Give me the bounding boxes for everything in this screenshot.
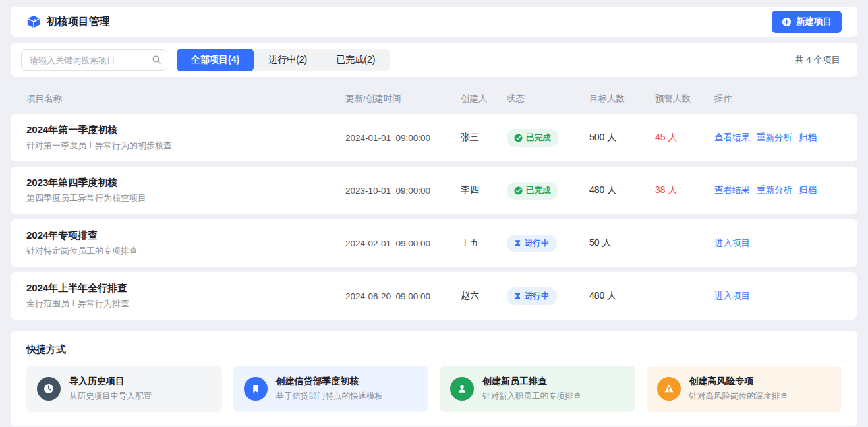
col-header-actions: 操作 xyxy=(714,93,842,105)
status-badge: 进行中 xyxy=(507,235,557,252)
project-name: 2023年第四季度初核 xyxy=(26,177,345,189)
tab-in-progress[interactable]: 进行中(2) xyxy=(254,49,322,71)
search-input[interactable] xyxy=(21,49,167,71)
plus-circle-icon xyxy=(782,17,792,27)
enter-project-link[interactable]: 进入项目 xyxy=(714,237,750,249)
status-label: 已完成 xyxy=(526,132,551,144)
enter-project-link[interactable]: 进入项目 xyxy=(714,290,750,302)
project-time: 2024-06-20 09:00:00 xyxy=(345,291,461,301)
check-circle-icon xyxy=(514,186,523,195)
search-box xyxy=(21,49,167,71)
view-results-link[interactable]: 查看结果 xyxy=(714,185,750,196)
shortcuts-heading: 快捷方式 xyxy=(26,343,842,356)
shortcut-desc: 从历史项目中导入配置 xyxy=(69,391,152,402)
view-results-link[interactable]: 查看结果 xyxy=(714,132,750,144)
toolbar: 全部项目(4) 进行中(2) 已完成(2) 共 4 个项目 xyxy=(11,43,857,77)
col-header-creator: 创建人 xyxy=(461,93,507,105)
tab-all-projects[interactable]: 全部项目(4) xyxy=(177,49,254,71)
project-desc: 针对第一季度员工异常行为的初步核查 xyxy=(26,140,345,152)
col-header-project-name: 项目名称 xyxy=(26,93,345,105)
shortcut-high-risk-special[interactable]: 创建高风险专项 针对高风险岗位的深度排查 xyxy=(647,366,842,412)
shortcut-new-employee-screening[interactable]: 创建新员工排查 针对新入职员工的专项排查 xyxy=(440,366,635,412)
shortcut-title: 导入历史项目 xyxy=(69,376,152,387)
status-label: 进行中 xyxy=(525,238,550,249)
search-icon[interactable] xyxy=(152,55,161,67)
title-bar: 初核项目管理 新建项目 xyxy=(11,7,857,37)
project-name: 2024年上半年全行排查 xyxy=(26,282,345,295)
shortcut-title: 创建新员工排查 xyxy=(482,376,581,387)
status-badge: 进行中 xyxy=(507,287,557,305)
status-label: 进行中 xyxy=(525,291,550,302)
user-icon xyxy=(450,377,474,401)
check-circle-icon xyxy=(514,134,523,142)
new-project-button[interactable]: 新建项目 xyxy=(772,11,842,33)
clock-icon xyxy=(37,377,61,401)
project-creator: 赵六 xyxy=(461,290,507,302)
table-row: 2023年第四季度初核 第四季度员工异常行为核查项目 2023-10-01 09… xyxy=(11,167,857,214)
hourglass-icon xyxy=(514,239,521,247)
shortcut-credit-dept-review[interactable]: 创建信贷部季度初核 基于信贷部门特点的快速模板 xyxy=(233,366,429,412)
project-desc: 全行范围员工异常行为排查 xyxy=(26,298,345,310)
reanalyze-link[interactable]: 重新分析 xyxy=(757,185,792,196)
bookmark-icon xyxy=(244,377,268,401)
project-name: 2024年专项排查 xyxy=(26,229,345,242)
page-title: 初核项目管理 xyxy=(47,15,110,29)
shortcut-desc: 针对高风险岗位的深度排查 xyxy=(689,391,788,402)
project-time: 2024-01-01 09:00:00 xyxy=(345,133,461,143)
target-count: 50 人 xyxy=(589,237,655,249)
col-header-target: 目标人数 xyxy=(589,93,655,105)
warning-icon xyxy=(657,377,681,401)
warning-count: – xyxy=(655,291,714,301)
project-desc: 针对特定岗位员工的专项排查 xyxy=(26,245,345,257)
col-header-time: 更新/创建时间 xyxy=(345,93,461,105)
app-cube-icon xyxy=(26,14,41,29)
archive-link[interactable]: 归档 xyxy=(799,132,817,144)
project-filter-tabs: 全部项目(4) 进行中(2) 已完成(2) xyxy=(177,49,390,71)
total-project-count: 共 4 个项目 xyxy=(795,54,847,66)
shortcut-title: 创建信贷部季度初核 xyxy=(276,376,384,387)
project-creator: 王五 xyxy=(461,237,507,249)
col-header-status: 状态 xyxy=(507,93,589,105)
project-time: 2024-02-01 09:00:00 xyxy=(345,239,461,248)
project-creator: 李四 xyxy=(461,185,507,196)
col-header-warning: 预警人数 xyxy=(655,93,714,105)
shortcuts-panel: 快捷方式 导入历史项目 从历史项目中导入配置 创建信贷部季度初核 xyxy=(11,331,857,426)
archive-link[interactable]: 归档 xyxy=(799,185,817,196)
reanalyze-link[interactable]: 重新分析 xyxy=(757,132,792,144)
status-badge: 已完成 xyxy=(507,182,558,200)
tab-completed[interactable]: 已完成(2) xyxy=(322,49,390,71)
warning-count: – xyxy=(655,238,714,248)
shortcut-desc: 针对新入职员工的专项排查 xyxy=(482,391,581,402)
table-row: 2024年专项排查 针对特定岗位员工的专项排查 2024-02-01 09:00… xyxy=(11,219,857,267)
status-label: 已完成 xyxy=(526,185,551,196)
target-count: 500 人 xyxy=(589,132,655,144)
project-name: 2024年第一季度初核 xyxy=(26,124,345,136)
project-desc: 第四季度员工异常行为核查项目 xyxy=(26,192,345,204)
hourglass-icon xyxy=(514,292,521,300)
warning-count: 38 人 xyxy=(655,185,714,196)
target-count: 480 人 xyxy=(589,185,655,196)
table-header: 项目名称 更新/创建时间 创建人 状态 目标人数 预警人数 操作 xyxy=(11,84,857,114)
target-count: 480 人 xyxy=(589,290,655,302)
project-time: 2023-10-01 09:00:00 xyxy=(345,186,461,196)
table-row: 2024年上半年全行排查 全行范围员工异常行为排查 2024-06-20 09:… xyxy=(11,272,857,320)
status-badge: 已完成 xyxy=(507,129,558,147)
shortcut-title: 创建高风险专项 xyxy=(689,376,788,387)
warning-count: 45 人 xyxy=(655,132,714,144)
shortcut-desc: 基于信贷部门特点的快速模板 xyxy=(276,391,384,402)
new-project-label: 新建项目 xyxy=(796,16,832,28)
table-row: 2024年第一季度初核 针对第一季度员工异常行为的初步核查 2024-01-01… xyxy=(11,114,857,161)
project-creator: 张三 xyxy=(461,132,507,144)
shortcut-import-history[interactable]: 导入历史项目 从历史项目中导入配置 xyxy=(26,366,222,412)
